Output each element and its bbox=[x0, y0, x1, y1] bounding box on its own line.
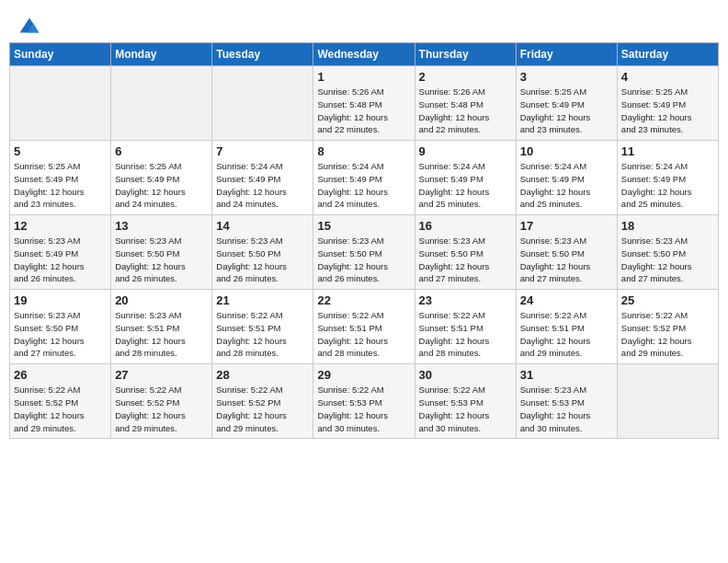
calendar-body: 1Sunrise: 5:26 AM Sunset: 5:48 PM Daylig… bbox=[10, 66, 719, 439]
day-number: 25 bbox=[621, 293, 714, 307]
day-number: 23 bbox=[419, 293, 512, 307]
day-cell: 22Sunrise: 5:22 AM Sunset: 5:51 PM Dayli… bbox=[313, 290, 415, 364]
calendar-header: SundayMondayTuesdayWednesdayThursdayFrid… bbox=[10, 43, 719, 66]
day-info: Sunrise: 5:25 AM Sunset: 5:49 PM Dayligh… bbox=[621, 86, 714, 136]
day-cell: 26Sunrise: 5:22 AM Sunset: 5:52 PM Dayli… bbox=[10, 364, 111, 439]
day-cell: 17Sunrise: 5:23 AM Sunset: 5:50 PM Dayli… bbox=[516, 215, 617, 290]
day-number: 16 bbox=[419, 219, 512, 233]
day-info: Sunrise: 5:22 AM Sunset: 5:51 PM Dayligh… bbox=[317, 309, 410, 360]
logo bbox=[18, 17, 44, 39]
day-info: Sunrise: 5:24 AM Sunset: 5:49 PM Dayligh… bbox=[317, 160, 410, 211]
day-number: 21 bbox=[216, 293, 309, 307]
day-number: 6 bbox=[115, 144, 208, 158]
day-cell: 29Sunrise: 5:22 AM Sunset: 5:53 PM Dayli… bbox=[313, 364, 415, 439]
day-number: 24 bbox=[520, 293, 613, 307]
day-cell bbox=[617, 364, 718, 439]
day-number: 3 bbox=[520, 70, 613, 84]
day-info: Sunrise: 5:24 AM Sunset: 5:49 PM Dayligh… bbox=[520, 160, 613, 211]
day-cell: 1Sunrise: 5:26 AM Sunset: 5:48 PM Daylig… bbox=[313, 66, 415, 141]
header-row: SundayMondayTuesdayWednesdayThursdayFrid… bbox=[10, 43, 719, 66]
day-info: Sunrise: 5:23 AM Sunset: 5:49 PM Dayligh… bbox=[14, 235, 107, 285]
day-info: Sunrise: 5:22 AM Sunset: 5:52 PM Dayligh… bbox=[621, 309, 714, 360]
day-number: 26 bbox=[14, 368, 107, 382]
day-number: 5 bbox=[14, 144, 107, 158]
day-cell: 19Sunrise: 5:23 AM Sunset: 5:50 PM Dayli… bbox=[10, 290, 111, 364]
day-number: 2 bbox=[419, 70, 512, 84]
header-cell-thursday: Thursday bbox=[415, 43, 516, 66]
day-cell: 2Sunrise: 5:26 AM Sunset: 5:48 PM Daylig… bbox=[415, 66, 516, 141]
day-info: Sunrise: 5:23 AM Sunset: 5:50 PM Dayligh… bbox=[14, 309, 107, 360]
day-number: 30 bbox=[419, 368, 512, 382]
day-cell: 27Sunrise: 5:22 AM Sunset: 5:52 PM Dayli… bbox=[111, 364, 212, 439]
day-info: Sunrise: 5:23 AM Sunset: 5:50 PM Dayligh… bbox=[115, 235, 208, 285]
day-number: 28 bbox=[216, 368, 309, 382]
week-row-4: 19Sunrise: 5:23 AM Sunset: 5:50 PM Dayli… bbox=[10, 290, 719, 364]
day-number: 20 bbox=[115, 293, 208, 307]
day-number: 8 bbox=[317, 144, 410, 158]
header-cell-saturday: Saturday bbox=[617, 43, 718, 66]
day-number: 22 bbox=[317, 293, 410, 307]
day-cell bbox=[212, 66, 313, 141]
day-number: 12 bbox=[14, 219, 107, 233]
day-cell: 14Sunrise: 5:23 AM Sunset: 5:50 PM Dayli… bbox=[212, 215, 313, 290]
day-cell: 24Sunrise: 5:22 AM Sunset: 5:51 PM Dayli… bbox=[516, 290, 617, 364]
day-number: 11 bbox=[621, 144, 714, 158]
page-header bbox=[9, 9, 719, 42]
day-info: Sunrise: 5:23 AM Sunset: 5:50 PM Dayligh… bbox=[216, 235, 309, 285]
day-info: Sunrise: 5:23 AM Sunset: 5:50 PM Dayligh… bbox=[419, 235, 512, 285]
day-info: Sunrise: 5:25 AM Sunset: 5:49 PM Dayligh… bbox=[115, 160, 208, 211]
day-number: 9 bbox=[419, 144, 512, 158]
day-cell: 16Sunrise: 5:23 AM Sunset: 5:50 PM Dayli… bbox=[415, 215, 516, 290]
day-info: Sunrise: 5:22 AM Sunset: 5:51 PM Dayligh… bbox=[216, 309, 309, 360]
day-number: 15 bbox=[317, 219, 410, 233]
day-number: 4 bbox=[621, 70, 714, 84]
week-row-5: 26Sunrise: 5:22 AM Sunset: 5:52 PM Dayli… bbox=[10, 364, 719, 439]
calendar-table: SundayMondayTuesdayWednesdayThursdayFrid… bbox=[9, 42, 719, 439]
day-info: Sunrise: 5:24 AM Sunset: 5:49 PM Dayligh… bbox=[621, 160, 714, 211]
header-cell-sunday: Sunday bbox=[10, 43, 111, 66]
day-cell: 31Sunrise: 5:23 AM Sunset: 5:53 PM Dayli… bbox=[516, 364, 617, 439]
day-cell: 25Sunrise: 5:22 AM Sunset: 5:52 PM Dayli… bbox=[617, 290, 718, 364]
day-number: 10 bbox=[520, 144, 613, 158]
day-number: 7 bbox=[216, 144, 309, 158]
day-info: Sunrise: 5:22 AM Sunset: 5:52 PM Dayligh… bbox=[216, 384, 309, 434]
day-number: 13 bbox=[115, 219, 208, 233]
day-info: Sunrise: 5:22 AM Sunset: 5:51 PM Dayligh… bbox=[419, 309, 512, 360]
week-row-2: 5Sunrise: 5:25 AM Sunset: 5:49 PM Daylig… bbox=[10, 141, 719, 215]
day-info: Sunrise: 5:24 AM Sunset: 5:49 PM Dayligh… bbox=[419, 160, 512, 211]
header-cell-wednesday: Wednesday bbox=[313, 43, 415, 66]
day-info: Sunrise: 5:25 AM Sunset: 5:49 PM Dayligh… bbox=[520, 86, 613, 136]
day-cell: 7Sunrise: 5:24 AM Sunset: 5:49 PM Daylig… bbox=[212, 141, 313, 215]
day-cell: 4Sunrise: 5:25 AM Sunset: 5:49 PM Daylig… bbox=[617, 66, 718, 141]
day-cell: 3Sunrise: 5:25 AM Sunset: 5:49 PM Daylig… bbox=[516, 66, 617, 141]
header-cell-monday: Monday bbox=[111, 43, 212, 66]
day-cell: 21Sunrise: 5:22 AM Sunset: 5:51 PM Dayli… bbox=[212, 290, 313, 364]
day-cell bbox=[10, 66, 111, 141]
day-info: Sunrise: 5:22 AM Sunset: 5:53 PM Dayligh… bbox=[419, 384, 512, 434]
day-cell: 30Sunrise: 5:22 AM Sunset: 5:53 PM Dayli… bbox=[415, 364, 516, 439]
week-row-3: 12Sunrise: 5:23 AM Sunset: 5:49 PM Dayli… bbox=[10, 215, 719, 290]
day-cell: 15Sunrise: 5:23 AM Sunset: 5:50 PM Dayli… bbox=[313, 215, 415, 290]
day-number: 31 bbox=[520, 368, 613, 382]
day-info: Sunrise: 5:22 AM Sunset: 5:52 PM Dayligh… bbox=[115, 384, 208, 434]
day-cell: 9Sunrise: 5:24 AM Sunset: 5:49 PM Daylig… bbox=[415, 141, 516, 215]
day-number: 29 bbox=[317, 368, 410, 382]
logo-icon bbox=[18, 17, 40, 39]
day-info: Sunrise: 5:26 AM Sunset: 5:48 PM Dayligh… bbox=[419, 86, 512, 136]
day-number: 14 bbox=[216, 219, 309, 233]
day-cell: 12Sunrise: 5:23 AM Sunset: 5:49 PM Dayli… bbox=[10, 215, 111, 290]
header-cell-friday: Friday bbox=[516, 43, 617, 66]
day-cell: 5Sunrise: 5:25 AM Sunset: 5:49 PM Daylig… bbox=[10, 141, 111, 215]
day-cell: 20Sunrise: 5:23 AM Sunset: 5:51 PM Dayli… bbox=[111, 290, 212, 364]
day-info: Sunrise: 5:22 AM Sunset: 5:53 PM Dayligh… bbox=[317, 384, 410, 434]
day-cell: 11Sunrise: 5:24 AM Sunset: 5:49 PM Dayli… bbox=[617, 141, 718, 215]
day-info: Sunrise: 5:22 AM Sunset: 5:51 PM Dayligh… bbox=[520, 309, 613, 360]
day-number: 1 bbox=[317, 70, 410, 84]
day-info: Sunrise: 5:23 AM Sunset: 5:53 PM Dayligh… bbox=[520, 384, 613, 434]
header-cell-tuesday: Tuesday bbox=[212, 43, 313, 66]
day-number: 18 bbox=[621, 219, 714, 233]
day-info: Sunrise: 5:23 AM Sunset: 5:50 PM Dayligh… bbox=[317, 235, 410, 285]
day-info: Sunrise: 5:23 AM Sunset: 5:51 PM Dayligh… bbox=[115, 309, 208, 360]
day-info: Sunrise: 5:25 AM Sunset: 5:49 PM Dayligh… bbox=[14, 160, 107, 211]
day-cell: 28Sunrise: 5:22 AM Sunset: 5:52 PM Dayli… bbox=[212, 364, 313, 439]
